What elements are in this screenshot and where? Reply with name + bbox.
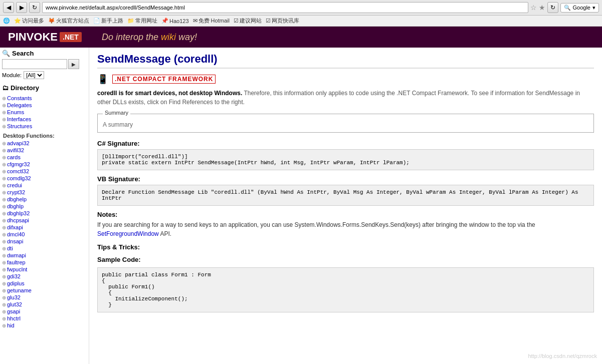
reload-button[interactable]: ↻ (547, 2, 558, 13)
bookmark-firefox[interactable]: 🦊 火狐官方站点 (48, 17, 89, 25)
sidebar-item-label: dbghlp (7, 203, 24, 209)
plus-icon: ⊕ (2, 124, 6, 129)
plus-icon: ⊕ (2, 232, 6, 237)
sidebar-item-dbghlp32[interactable]: ⊕dbghlp32 (2, 210, 87, 217)
sidebar-item-cards[interactable]: ⊕cards (2, 154, 87, 161)
sidebar-item-gdiplus[interactable]: ⊕gdiplus (2, 280, 87, 287)
sidebar-item-label: Structures (7, 123, 32, 129)
bookmark-icon-newbie: 📄 (93, 18, 100, 24)
bookmark-suggest[interactable]: ☑ 建议网站 (234, 17, 262, 25)
sidebar-item-label: credui (7, 182, 22, 188)
search-row: ▶ (2, 59, 87, 69)
logo-pinvoke[interactable]: PINVOKE (8, 31, 58, 44)
bookmark-common[interactable]: 📁 常用网址 (127, 17, 157, 25)
search-engine-box[interactable]: 🔍 Google ▾ (560, 3, 599, 13)
bookmark-hao123[interactable]: 📌 Hao123 (161, 18, 189, 24)
module-row: Module: [All] (2, 71, 87, 79)
search-go-button[interactable]: ▶ (68, 59, 79, 69)
summary-content: A summary (98, 116, 593, 132)
sidebar-item-label: dwmapi (7, 252, 26, 258)
sidebar-item-label: gdi32 (7, 273, 21, 279)
sidebar-item-glut32[interactable]: ⊕glut32 (2, 301, 87, 308)
plus-icon: ⊕ (2, 176, 6, 181)
sidebar-item-label: cfgmgr32 (7, 161, 30, 167)
sidebar-item-getuname[interactable]: ⊕getuname (2, 287, 87, 294)
notes-end: API. (160, 230, 171, 237)
plus-icon: ⊕ (2, 183, 6, 188)
sidebar-item-comdlg32[interactable]: ⊕comdlg32 (2, 175, 87, 182)
plus-icon: ⊕ (2, 253, 6, 258)
url-bar[interactable] (42, 2, 528, 13)
google-dropdown-icon[interactable]: ▾ (592, 5, 595, 11)
sidebar-item-label: dbghelp (7, 196, 27, 202)
sidebar-item-glu32[interactable]: ⊕glu32 (2, 294, 87, 301)
page-title: SendMessage (coredll) (97, 53, 594, 69)
setforeground-link[interactable]: SetForegroundWindow (97, 230, 159, 237)
sidebar-item-faultrep[interactable]: ⊕faultrep (2, 259, 87, 266)
sidebar-item-dbghlp[interactable]: ⊕dbghlp (2, 203, 87, 210)
sidebar-item-interfaces[interactable]: ⊕ Interfaces (2, 116, 87, 123)
sidebar-item-dnsapi[interactable]: ⊕dnsapi (2, 238, 87, 245)
notes-text-main: If you are searching for a way to send k… (97, 221, 535, 228)
bookmark-icon-hotmail: ✉ (193, 18, 197, 24)
browser-toolbar: ◀ ▶ ↻ ☆ ★ ↻ 🔍 Google ▾ (0, 0, 602, 16)
plus-icon: ⊕ (2, 295, 6, 300)
sidebar-item-hhctrl[interactable]: ⊕hhctrl (2, 315, 87, 322)
star-icon[interactable]: ☆ (530, 4, 537, 12)
plus-icon: ⊕ (2, 169, 6, 174)
logo-box: PINVOKE .NET (8, 31, 82, 44)
bookmark-newbie[interactable]: 📄 新手上路 (93, 17, 123, 25)
sidebar-item-constants[interactable]: ⊕ Constants (2, 95, 87, 102)
vb-signature-label: VB Signature: (97, 175, 594, 183)
sidebar-item-label: gsapi (7, 308, 20, 314)
sidebar-item-comctl32[interactable]: ⊕comctl32 (2, 168, 87, 175)
sidebar-item-dhcpsapi[interactable]: ⊕dhcpsapi (2, 217, 87, 224)
bookmark-zuoduo[interactable]: ⭐ 访问最多 (14, 17, 44, 25)
plus-icon: ⊕ (2, 190, 6, 195)
plus-icon: ⊕ (2, 246, 6, 251)
sidebar-item-fwpuclnt[interactable]: ⊕fwpuclnt (2, 266, 87, 273)
plus-icon: ⊕ (2, 117, 6, 122)
bookmark-hotmail[interactable]: ✉ 免费 Hotmail (193, 17, 230, 25)
sidebar-item-dmcl40[interactable]: ⊕dmcl40 (2, 231, 87, 238)
plus-icon: ⊕ (2, 267, 6, 272)
logo-net[interactable]: .NET (60, 32, 82, 42)
forward-button[interactable]: ▶ (16, 2, 27, 13)
sidebar-item-enums[interactable]: ⊕ Enums (2, 109, 87, 116)
back-button[interactable]: ◀ (3, 2, 14, 13)
sidebar-item-cfgmgr32[interactable]: ⊕cfgmgr32 (2, 161, 87, 168)
sidebar-item-dbghelp[interactable]: ⊕dbghelp (2, 196, 87, 203)
bookmark-news[interactable]: ☑ 网页快讯库 (266, 17, 299, 25)
vb-signature-code: Declare Function SendMessage Lib "coredl… (97, 185, 594, 206)
bookmark-icon: 🌐 (3, 18, 10, 24)
plus-icon: ⊕ (2, 309, 6, 314)
sidebar-item-advapi32[interactable]: ⊕advapi32 (2, 140, 87, 147)
sidebar-item-difxapi[interactable]: ⊕difxapi (2, 224, 87, 231)
star-icon-2[interactable]: ★ (539, 4, 545, 12)
sidebar-item-label: Enums (7, 109, 24, 115)
netcf-text: .NET COMPACT FRAMEWORK (112, 75, 216, 84)
search-icon: 🔍 (2, 50, 10, 57)
sidebar-item-structures[interactable]: ⊕ Structures (2, 123, 87, 130)
sidebar-item-credui[interactable]: ⊕credui (2, 182, 87, 189)
sidebar-item-gdi32[interactable]: ⊕gdi32 (2, 273, 87, 280)
search-input[interactable] (2, 59, 67, 69)
sidebar-item-crypt32[interactable]: ⊕crypt32 (2, 189, 87, 196)
plus-icon: ⊕ (2, 323, 6, 328)
sidebar-item-label: dhcpsapi (7, 217, 29, 223)
module-select[interactable]: [All] (24, 71, 44, 79)
sidebar-item-hid[interactable]: ⊕hid (2, 322, 87, 329)
plus-icon: ⊕ (2, 141, 6, 146)
sidebar-item-avifil32[interactable]: ⊕avifil32 (2, 147, 87, 154)
refresh-button[interactable]: ↻ (29, 2, 40, 13)
plus-icon: ⊕ (2, 162, 6, 167)
site-header: PINVOKE .NET Do interop the wiki way! (0, 27, 602, 48)
sidebar-item-label: glu32 (7, 294, 21, 300)
browser-chrome: ◀ ▶ ↻ ☆ ★ ↻ 🔍 Google ▾ 🌐 ⭐ 访问最多 🦊 火狐官方站点… (0, 0, 602, 27)
netcf-icon: 📱 (97, 74, 108, 85)
sidebar-item-dwmapi[interactable]: ⊕dwmapi (2, 252, 87, 259)
sidebar-item-dti[interactable]: ⊕dti (2, 245, 87, 252)
sidebar-item-label: gdiplus (7, 280, 25, 286)
sidebar-item-delegates[interactable]: ⊕ Delegates (2, 102, 87, 109)
sidebar-item-gsapi[interactable]: ⊕gsapi (2, 308, 87, 315)
